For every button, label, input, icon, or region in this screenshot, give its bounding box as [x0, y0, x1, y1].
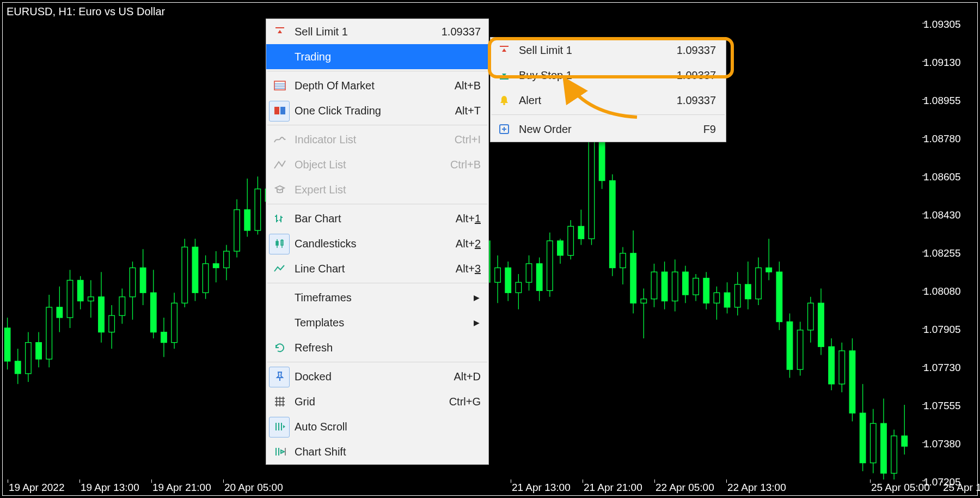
submenu-item-sub-alert[interactable]: Alert1.09337 — [491, 88, 726, 113]
menu-item-shortcut: Ctrl+I — [455, 133, 488, 146]
svg-rect-137 — [714, 293, 720, 303]
price-tick — [922, 61, 926, 62]
menu-item-label: Indicator List — [295, 133, 455, 146]
svg-rect-145 — [756, 268, 762, 299]
price-tick — [922, 481, 926, 481]
svg-rect-111 — [578, 226, 584, 239]
price-tick-label: 1.09305 — [923, 19, 961, 31]
svg-rect-165 — [860, 413, 866, 463]
menu-item-candlesticks[interactable]: CandlesticksAlt+2 — [266, 231, 488, 256]
menu-item-line-chart[interactable]: Line ChartAlt+3 — [266, 256, 488, 281]
menu-item-shortcut: Ctrl+G — [449, 396, 488, 408]
menu-item-auto-scroll[interactable]: Auto Scroll — [266, 414, 488, 439]
submenu-item-sub-sell-limit[interactable]: Sell Limit 11.09337 — [491, 38, 726, 63]
candle-icon — [272, 235, 288, 252]
menu-item-label: Auto Scroll — [295, 421, 488, 433]
menu-item-chart-shift[interactable]: Chart Shift — [266, 439, 488, 464]
submenu-item-sub-new-order[interactable]: New OrderF9 — [491, 117, 726, 142]
price-tick — [922, 175, 926, 176]
svg-rect-27 — [140, 268, 146, 293]
price-tick — [922, 23, 926, 23]
svg-rect-135 — [703, 278, 709, 303]
svg-rect-131 — [683, 272, 689, 295]
menu-item-label: Depth Of Market — [295, 80, 455, 92]
menu-item-timeframes[interactable]: Timeframes▶ — [266, 285, 488, 310]
svg-rect-101 — [526, 264, 532, 282]
menu-item-label: Docked — [295, 371, 454, 383]
svg-rect-161 — [839, 351, 845, 384]
svg-rect-133 — [693, 278, 699, 295]
price-tick-label: 1.08780 — [923, 133, 961, 145]
svg-rect-1 — [4, 328, 10, 361]
price-tick — [922, 328, 926, 329]
buy-stop-icon — [496, 67, 512, 83]
svg-rect-13 — [67, 280, 73, 318]
menu-item-shortcut: Alt+1 — [456, 212, 488, 225]
menu-item-label: Templates — [295, 317, 474, 329]
menu-item-shortcut: Alt+3 — [456, 263, 488, 275]
price-tick-label: 1.07380 — [923, 438, 961, 450]
svg-rect-43 — [224, 251, 230, 268]
svg-rect-31 — [161, 332, 167, 343]
svg-rect-155 — [808, 303, 814, 330]
svg-rect-41 — [213, 264, 219, 268]
svg-rect-15 — [77, 280, 83, 301]
svg-rect-109 — [568, 226, 574, 255]
menu-item-trading[interactable]: Trading — [266, 44, 488, 69]
menu-item-docked[interactable]: DockedAlt+D — [266, 364, 488, 389]
svg-rect-19 — [99, 297, 105, 332]
svg-rect-180 — [280, 107, 285, 114]
bell-icon — [496, 92, 512, 108]
menu-item-label: Sell Limit 1 — [295, 26, 442, 38]
context-menu: Sell Limit 11.09337TradingDepth Of Marke… — [266, 19, 489, 465]
menu-item-sell-limit[interactable]: Sell Limit 11.09337 — [266, 19, 488, 44]
chartshift-icon — [272, 444, 288, 460]
time-tick-label: 22 Apr 13:00 — [727, 482, 786, 494]
refresh-icon — [272, 339, 288, 356]
time-tick-label: 19 Apr 21:00 — [152, 482, 211, 494]
price-tick — [922, 366, 926, 367]
menu-item-label: Refresh — [295, 342, 488, 354]
pin-icon — [272, 368, 288, 385]
menu-item-expert-list: Expert List — [266, 177, 488, 202]
price-tick-label: 1.08080 — [923, 286, 961, 297]
price-tick-label: 1.08255 — [923, 247, 961, 259]
svg-rect-123 — [641, 299, 647, 303]
price-tick-label: 1.07905 — [923, 324, 961, 336]
time-tick — [583, 479, 583, 483]
menu-item-one-click-trading[interactable]: One Click TradingAlt+T — [266, 98, 488, 123]
grid-icon — [272, 393, 288, 410]
menu-item-refresh[interactable]: Refresh — [266, 335, 488, 360]
price-tick — [922, 442, 926, 443]
time-tick — [511, 479, 511, 483]
menu-item-templates[interactable]: Templates▶ — [266, 310, 488, 335]
menu-item-shortcut: Alt+T — [455, 105, 488, 117]
menu-item-shortcut: 1.09337 — [442, 26, 488, 38]
time-tick-label: 19 Apr 13:00 — [81, 482, 139, 494]
price-tick-label: 1.08955 — [923, 95, 961, 107]
time-axis: 19 Apr 202219 Apr 13:0019 Apr 21:0020 Ap… — [2, 482, 920, 495]
menu-item-label: Candlesticks — [295, 238, 456, 250]
menu-item-bar-chart[interactable]: Bar ChartAlt+1 — [266, 206, 488, 231]
menu-item-label: Grid — [295, 396, 449, 408]
time-tick — [726, 479, 727, 483]
menu-item-label: Object List — [295, 159, 450, 171]
svg-rect-7 — [36, 343, 42, 359]
price-tick — [922, 214, 926, 214]
svg-rect-9 — [46, 307, 52, 359]
menu-item-depth-of-market[interactable]: Depth Of MarketAlt+B — [266, 73, 488, 98]
svg-rect-99 — [516, 282, 522, 293]
time-tick-label: 22 Apr 05:00 — [656, 482, 714, 494]
price-tick-label: 1.08430 — [923, 209, 961, 221]
svg-rect-143 — [745, 284, 751, 299]
indicator-icon — [272, 131, 288, 148]
svg-point-206 — [503, 103, 505, 105]
svg-rect-95 — [495, 268, 501, 283]
submenu-item-sub-buy-stop[interactable]: Buy Stop 11.09337 — [491, 63, 726, 88]
menu-item-grid[interactable]: GridCtrl+G — [266, 389, 488, 414]
menu-item-label: One Click Trading — [295, 105, 455, 117]
svg-rect-159 — [829, 347, 835, 384]
bar-chart-icon — [272, 210, 288, 227]
svg-rect-25 — [130, 268, 136, 297]
svg-rect-151 — [787, 322, 793, 370]
